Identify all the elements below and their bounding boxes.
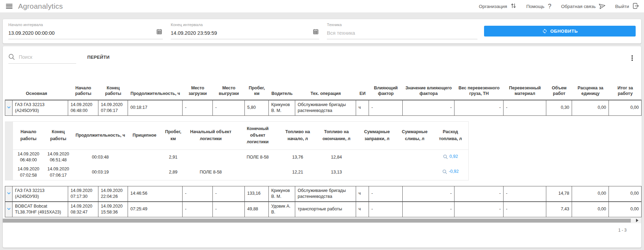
calendar-icon[interactable]	[313, 29, 319, 36]
results-table-wrap: Основная Начало работы Конец работы Прод…	[3, 85, 641, 217]
col-operation: Тех. операция	[295, 85, 356, 100]
row-expander[interactable]	[5, 202, 13, 217]
cell-load-place: -	[183, 186, 213, 202]
subcell-fuel-end: 12,84	[316, 150, 357, 165]
nav-organization[interactable]: Организация	[479, 3, 516, 10]
interval-start-label: Начало интервала	[8, 23, 163, 27]
subcell-work-end: 14.09.2020 06:51:48	[44, 150, 73, 165]
go-button[interactable]: ПЕРЕЙТИ	[85, 54, 112, 60]
nav-organization-label: Организация	[479, 4, 507, 9]
subcell-start-logistics	[186, 150, 236, 165]
refresh-button[interactable]: ОБНОВИТЬ	[484, 26, 636, 37]
scroll-right-arrow[interactable]	[636, 219, 638, 222]
cell-operation: Обслуживание бригады растениеводства	[295, 186, 356, 202]
cell-vehicle: ГАЗ ГАЗ 32213 (А245ОУ93)	[13, 100, 68, 116]
subcell-trailer	[128, 165, 161, 180]
equipment-field: Техника	[327, 23, 477, 39]
nav-help[interactable]: Помощь ?	[526, 3, 551, 9]
table-row: BOBCAT Bobcat TL38.70HF (4915ХА23) 14.09…	[5, 202, 642, 217]
nav-feedback[interactable]: Обратная связь	[561, 3, 605, 10]
logout-icon	[633, 3, 639, 10]
subcell-trailer	[128, 150, 161, 165]
results-panel: ПЕРЕЙТИ Основная Начало работы Конец раб…	[3, 46, 641, 248]
cell-mileage: 133,16	[245, 186, 269, 202]
subcell-duration: 00:03:48	[73, 150, 128, 165]
cell-mileage: 5,80	[245, 100, 269, 116]
col-cargo-weight: Вес перевезенного груза, ТН	[454, 85, 504, 100]
cell-operation: транспортные работы	[295, 202, 356, 217]
horizontal-scrollbar[interactable]	[3, 218, 641, 223]
cell-duration: 07:25:49	[128, 202, 183, 217]
row-expander[interactable]	[5, 186, 13, 202]
subcell-start-logistics: ПОЛЕ 8-58	[186, 165, 236, 180]
col-work-total: Итог за работу	[609, 85, 642, 100]
trips-subtable: Начало работы Конец работы Продолжительн…	[13, 121, 469, 180]
nav-feedback-label: Обратная связь	[561, 4, 596, 9]
app-title: Agroanalytics	[18, 2, 63, 10]
chevron-down-icon	[7, 208, 11, 210]
cell-operation: Обслуживание бригады растениеводства	[295, 100, 356, 116]
calendar-icon[interactable]	[156, 29, 162, 36]
subcell-duration: 00:03:19	[73, 165, 128, 180]
cell-work-end: 14.09.2020 22:04:26	[98, 186, 128, 202]
cell-vehicle: ГАЗ ГАЗ 32213 (А245ОУ93)	[13, 186, 68, 202]
interval-end-label: Конец интервала	[171, 23, 319, 27]
cell-factor-value: -	[403, 186, 454, 202]
table-toolbar: ПЕРЕЙТИ	[3, 50, 641, 66]
nav-logout[interactable]: Выйти	[615, 3, 639, 10]
cell-unit: ч	[356, 202, 369, 217]
search-input[interactable]	[18, 54, 73, 60]
subcol-refuels: Суммарные заправки, л	[357, 121, 397, 150]
nav-logout-label: Выйти	[615, 4, 629, 9]
cell-material: -	[504, 100, 546, 116]
cell-work-volume: 0,30	[546, 100, 572, 116]
cell-factor: -	[369, 186, 403, 202]
fuel-consumption-link[interactable]: -0,92	[442, 169, 459, 175]
subcell-mileage: 2,89	[161, 165, 186, 180]
interval-start-input[interactable]	[8, 30, 150, 36]
subcell-end-logistics	[236, 165, 280, 180]
cell-factor: -	[369, 100, 403, 116]
subcell-end-logistics: ПОЛЕ 8-58	[236, 150, 280, 165]
cell-unload-place: -	[213, 202, 245, 217]
cell-work-end: 14.09.2020 07:06:17	[98, 100, 128, 116]
subcell-drains	[397, 150, 433, 165]
cell-unload-place: -	[213, 100, 245, 116]
subcol-mileage: Пробег, км	[161, 121, 186, 150]
subcell-consumption: 0,92	[433, 150, 469, 165]
equipment-input[interactable]	[327, 30, 465, 36]
subcol-end-logistics: Конечный объект логистики	[236, 121, 280, 150]
app-bar: Agroanalytics Организация Помощь ? Обрат…	[0, 0, 644, 13]
cell-unit: ч	[356, 186, 369, 202]
interval-end-input[interactable]	[171, 30, 307, 36]
subcol-work-start: Начало работы	[13, 121, 44, 150]
cell-material: -	[504, 186, 546, 202]
chevron-down-icon	[7, 192, 11, 195]
cell-driver: Крикунов В. М.	[269, 100, 295, 116]
cell-load-place: -	[183, 202, 213, 217]
menu-icon[interactable]	[6, 4, 13, 9]
kebab-menu-icon[interactable]	[630, 54, 634, 62]
subcol-start-logistics: Начальный объект логистики	[186, 121, 236, 150]
subtable-header-row: Начало работы Конец работы Продолжительн…	[13, 121, 469, 150]
interval-end-field: Конец интервала	[171, 23, 319, 39]
cell-material: -	[504, 202, 546, 217]
subcol-trailer: Прицепное	[128, 121, 161, 150]
fuel-consumption-link[interactable]: 0,92	[443, 154, 458, 160]
cell-factor: -	[369, 202, 403, 217]
search-box	[8, 54, 76, 64]
fuel-consumption-value: 0,92	[450, 154, 458, 160]
row-expander[interactable]	[5, 100, 13, 116]
subcol-work-end: Конец работы	[44, 121, 73, 150]
col-work-volume: Объем работ	[546, 85, 572, 100]
subcell-consumption: -0,92	[433, 165, 469, 180]
subtable-row: 14.09.2020 06:48:00 14.09.2020 06:51:48 …	[13, 150, 469, 165]
sync-icon	[542, 29, 547, 34]
scrollbar-thumb[interactable]	[3, 219, 631, 223]
cell-work-volume: 14,78	[546, 186, 572, 202]
cell-load-place: -	[183, 100, 213, 116]
col-factor-value: Значение влияющего фактора	[403, 85, 454, 100]
cell-work-end: 14.09.2020 15:58:36	[98, 202, 128, 217]
cell-factor-value: -	[403, 100, 454, 116]
subcol-duration: Продолжительность, ч	[73, 121, 128, 150]
